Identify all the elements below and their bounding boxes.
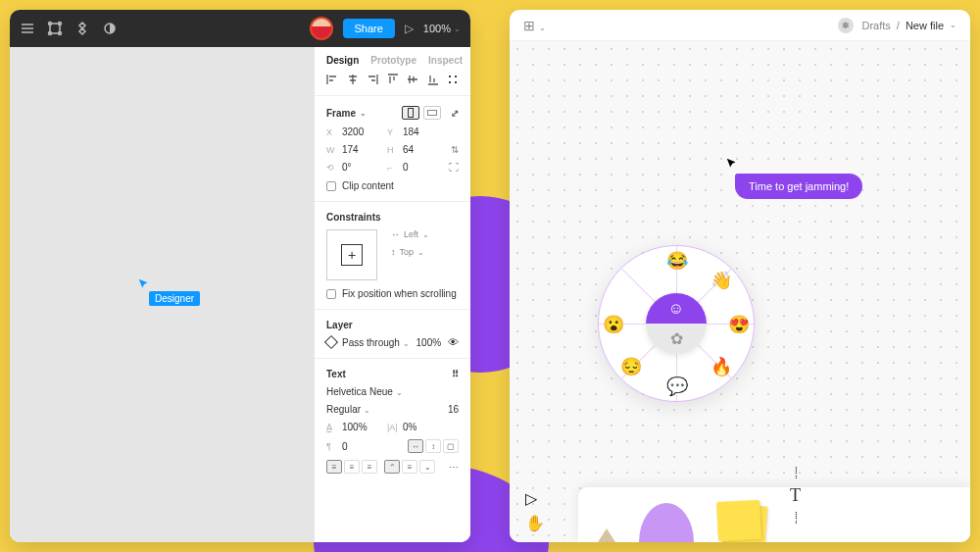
frame-w[interactable]: 174 xyxy=(342,144,381,155)
blend-mode-icon[interactable] xyxy=(324,335,338,349)
breadcrumb: Drafts / New file ⌄ xyxy=(861,20,956,31)
layer-opacity[interactable]: 100% xyxy=(416,337,442,348)
frame-h[interactable]: 64 xyxy=(403,144,442,155)
reaction-mode-icon[interactable]: ☺ xyxy=(646,293,707,324)
svg-rect-11 xyxy=(428,111,437,116)
svg-point-8 xyxy=(449,81,451,83)
canvas-nav: ▷ ✋ xyxy=(525,489,545,532)
text-align-bottom-icon[interactable]: ⌄ xyxy=(419,460,435,474)
hand-tool-icon[interactable]: ✋ xyxy=(525,514,545,532)
figjam-canvas[interactable]: Time to get jamming! 😂 👋 😍 🔥 💬 😔 😮 ☺ ✿ ▷… xyxy=(510,41,970,542)
avatar[interactable] xyxy=(310,17,333,40)
auto-height-icon[interactable]: ↕ xyxy=(425,439,441,453)
frame-y[interactable]: 184 xyxy=(403,126,442,137)
share-button[interactable]: Share xyxy=(343,19,395,38)
design-canvas[interactable]: Designer xyxy=(10,47,314,542)
constraints-widget[interactable]: + xyxy=(326,229,377,280)
text-section: Text⠿ Helvetica Neue ⌄ Regular ⌄ 16 A̲10… xyxy=(315,359,470,483)
text-align-top-icon[interactable]: ⌃ xyxy=(384,460,400,474)
multiplayer-cursor: Designer xyxy=(137,277,151,295)
tab-design[interactable]: Design xyxy=(326,55,359,66)
align-right-icon[interactable] xyxy=(367,74,378,85)
paragraph-spacing[interactable]: 0 xyxy=(342,441,381,452)
fixed-size-icon[interactable]: ▢ xyxy=(443,439,459,453)
emoji-hearteyes[interactable]: 😍 xyxy=(728,314,750,335)
figma-window: Share ▷ 100%⌄ Designer Design Prototype … xyxy=(10,10,470,542)
favorite-icon[interactable]: ✽ xyxy=(838,18,854,33)
figjam-topbar: ⊞ ⌄ ✽ Drafts / New file ⌄ xyxy=(510,10,970,41)
svg-point-7 xyxy=(455,75,457,77)
sticky-note-tool[interactable] xyxy=(717,487,766,542)
wheel-center[interactable]: ☺ ✿ xyxy=(646,293,707,354)
frame-x[interactable]: 3200 xyxy=(342,126,381,137)
remote-cursor-icon xyxy=(725,157,739,175)
tab-inspect[interactable]: Inspect xyxy=(428,55,463,66)
font-weight-dropdown[interactable]: Regular ⌄ xyxy=(326,404,370,415)
align-hcenter-icon[interactable] xyxy=(347,74,359,85)
blend-mode-dropdown[interactable]: Pass through ⌄ xyxy=(342,337,410,348)
link-wh-icon[interactable]: ⇅ xyxy=(451,144,459,155)
text-more-icon[interactable]: ⋯ xyxy=(449,462,459,473)
emoji-fire[interactable]: 🔥 xyxy=(710,356,732,377)
text-align-right-icon[interactable]: ≡ xyxy=(362,460,377,474)
clip-content-checkbox[interactable] xyxy=(326,181,336,191)
svg-rect-10 xyxy=(409,109,414,118)
figma-topbar: Share ▷ 100%⌄ xyxy=(10,10,470,47)
text-tool[interactable]: ⸽T⸽ xyxy=(790,487,801,542)
align-left-icon[interactable] xyxy=(326,74,338,85)
line-height[interactable]: 100% xyxy=(342,422,381,432)
menu-icon[interactable] xyxy=(20,21,35,36)
align-bottom-icon[interactable] xyxy=(427,74,439,85)
component-icon[interactable] xyxy=(74,21,90,36)
breadcrumb-drafts[interactable]: Drafts xyxy=(861,20,890,31)
emoji-sad[interactable]: 😔 xyxy=(620,356,642,377)
align-controls xyxy=(315,66,470,96)
letter-spacing[interactable]: 0% xyxy=(403,422,442,432)
independent-corners-icon[interactable]: ⛶ xyxy=(449,162,459,173)
stamp-mode-icon[interactable]: ✿ xyxy=(646,324,707,354)
frame-rotation[interactable]: 0° xyxy=(342,162,381,173)
frame-radius[interactable]: 0 xyxy=(403,162,442,173)
auto-width-icon[interactable]: ↔ xyxy=(408,439,423,453)
pointer-tool-icon[interactable]: ▷ xyxy=(525,489,545,508)
emoji-wheel[interactable]: 😂 👋 😍 🔥 💬 😔 😮 ☺ ✿ xyxy=(598,245,755,402)
font-size[interactable]: 16 xyxy=(448,404,459,415)
cursor-name-tag: Designer xyxy=(149,291,200,306)
align-vcenter-icon[interactable] xyxy=(407,74,418,85)
cursor-chat-bubble: Time to get jamming! xyxy=(735,174,862,199)
figjam-window: ⊞ ⌄ ✽ Drafts / New file ⌄ Time to get ja… xyxy=(510,10,970,542)
tab-prototype[interactable]: Prototype xyxy=(370,55,416,66)
text-style-icon[interactable]: ⠿ xyxy=(452,369,459,379)
align-top-icon[interactable] xyxy=(387,74,399,85)
breadcrumb-file[interactable]: New file xyxy=(906,20,944,31)
zoom-dropdown[interactable]: 100%⌄ xyxy=(423,23,461,34)
distribute-icon[interactable] xyxy=(447,74,459,85)
svg-point-6 xyxy=(449,75,451,77)
emoji-laugh[interactable]: 😂 xyxy=(666,250,688,272)
constraint-h-dropdown[interactable]: ↔ Left ⌄ xyxy=(391,229,429,239)
text-align-center-icon[interactable]: ≡ xyxy=(344,460,360,474)
frame-section: Frame⌄ ⤢ X3200 Y184 W174 H64 ⇅ ⟲0° ⌐0 ⛶ xyxy=(315,96,470,202)
constraints-section: Constraints + ↔ Left ⌄ ↕ Top ⌄ Fix posit… xyxy=(315,202,470,310)
visibility-icon[interactable]: 👁 xyxy=(448,336,459,348)
mask-icon[interactable] xyxy=(102,21,118,36)
design-panel: Design Prototype Inspect Frame⌄ ⤢ xyxy=(314,47,470,542)
file-menu-chevron-icon[interactable]: ⌄ xyxy=(950,21,956,29)
present-icon[interactable]: ▷ xyxy=(405,22,414,35)
font-family-dropdown[interactable]: Helvetica Neue ⌄ xyxy=(326,386,403,397)
shape-tool[interactable] xyxy=(639,487,694,542)
figjam-logo-icon[interactable]: ⊞ ⌄ xyxy=(523,18,546,33)
text-align-middle-icon[interactable]: ≡ xyxy=(402,460,417,474)
resize-to-fit-icon[interactable]: ⤢ xyxy=(451,108,459,119)
constraint-v-dropdown[interactable]: ↕ Top ⌄ xyxy=(391,247,429,257)
fix-position-checkbox[interactable] xyxy=(326,289,336,299)
pencil-tool[interactable] xyxy=(598,487,615,542)
text-align-left-icon[interactable]: ≡ xyxy=(326,460,342,474)
emoji-surprised[interactable]: 😮 xyxy=(603,314,624,335)
emoji-wave[interactable]: 👋 xyxy=(710,270,732,291)
orientation-portrait[interactable] xyxy=(402,106,419,120)
orientation-landscape[interactable] xyxy=(423,106,441,120)
frame-tool-icon[interactable] xyxy=(47,21,63,36)
emoji-chat[interactable]: 💬 xyxy=(666,376,688,397)
layer-section: Layer Pass through ⌄ 100% 👁 xyxy=(315,310,470,359)
